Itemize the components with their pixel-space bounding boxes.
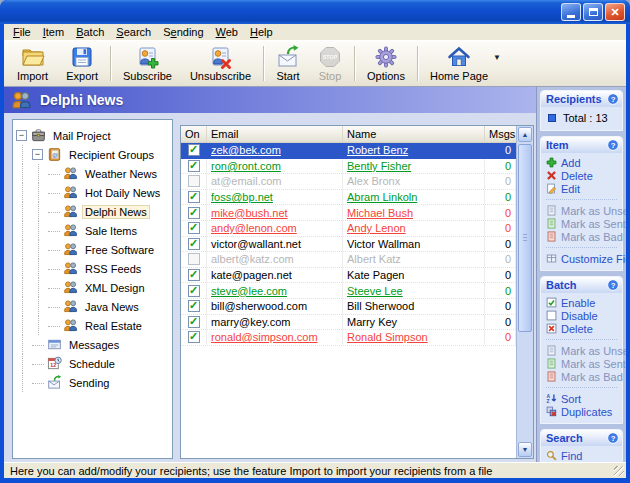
table-row[interactable]: ✓zek@bek.comRobert Benz0 (181, 143, 516, 159)
batch-action-duplicates[interactable]: Duplicates (546, 405, 620, 418)
item-action-edit[interactable]: Edit (546, 182, 620, 195)
row-checkbox[interactable]: ✓ (188, 285, 200, 297)
tree-item-rss-feeds[interactable]: RSS Feeds (15, 259, 170, 278)
menu-item-search[interactable]: Search (110, 25, 157, 39)
item-action-mark-as-bad[interactable]: Mark as Bad (546, 230, 620, 243)
name-text[interactable]: Robert Benz (347, 144, 408, 156)
tree-expander-icon[interactable]: − (31, 149, 47, 160)
name-text[interactable]: Andy Lenon (347, 222, 406, 234)
menu-item-help[interactable]: Help (244, 25, 279, 39)
tree-item-free-software[interactable]: Free Software (15, 240, 170, 259)
home-page-button[interactable]: Home Page (421, 42, 497, 85)
menu-item-item[interactable]: Item (37, 25, 70, 39)
help-icon[interactable]: ? (607, 279, 619, 291)
options-button[interactable]: Options (358, 42, 414, 85)
help-icon[interactable]: ? (607, 432, 619, 444)
resize-grip[interactable] (614, 466, 624, 476)
row-checkbox[interactable]: ✓ (188, 238, 200, 250)
item-action-delete[interactable]: Delete (546, 169, 620, 182)
import-button[interactable]: Import (8, 42, 57, 85)
table-row[interactable]: ✓ron@ront.comBently Fisher0 (181, 159, 516, 175)
help-icon[interactable]: ? (607, 139, 619, 151)
subscribe-button[interactable]: Subscribe (114, 42, 181, 85)
row-checkbox[interactable]: ✓ (188, 144, 200, 156)
export-button[interactable]: Export (57, 42, 107, 85)
table-row[interactable]: ✓marry@key.comMarry Key0 (181, 315, 516, 331)
batch-action-mark-as-sent[interactable]: Mark as Sent (546, 357, 620, 370)
tree-item-java-news[interactable]: Java News (15, 297, 170, 316)
item-action-mark-as-unsent[interactable]: Mark as Unsent (546, 204, 620, 217)
start-button[interactable]: Start (267, 42, 309, 85)
table-row[interactable]: ✓mike@bush.netMichael Bush0 (181, 205, 516, 221)
row-checkbox[interactable]: ✓ (188, 269, 200, 281)
table-row[interactable]: ✓steve@lee.comSteeve Lee0 (181, 283, 516, 299)
email-text[interactable]: mike@bush.net (211, 207, 288, 219)
table-row[interactable]: ✓ronald@simpson.comRonald Simpson0 (181, 330, 516, 346)
scroll-thumb[interactable] (518, 144, 532, 332)
tree-item-real-estate[interactable]: Real Estate (15, 316, 170, 335)
batch-action-delete[interactable]: Delete (546, 322, 620, 335)
menu-item-file[interactable]: File (7, 25, 37, 39)
tree-item-delphi-news[interactable]: Delphi News (15, 202, 170, 221)
row-checkbox[interactable]: ✓ (188, 207, 200, 219)
unsubscribe-button[interactable]: Unsubscribe (181, 42, 260, 85)
table-row[interactable]: albert@katz.comAlbert Katz0 (181, 252, 516, 268)
tree-item-sale-items[interactable]: Sale Items (15, 221, 170, 240)
item-action-add[interactable]: Add (546, 156, 620, 169)
menu-item-sending[interactable]: Sending (157, 25, 209, 39)
row-checkbox[interactable]: ✓ (188, 316, 200, 328)
email-text[interactable]: zek@bek.com (211, 144, 281, 156)
column-header-name[interactable]: Name (343, 126, 485, 142)
row-checkbox[interactable]: ✓ (188, 160, 200, 172)
row-checkbox[interactable]: ✓ (188, 331, 200, 343)
tree-item-messages[interactable]: Messages (15, 335, 170, 354)
tree-item-recipient-groups[interactable]: −@Recipient Groups (15, 145, 170, 164)
item-action-mark-as-sent[interactable]: Mark as Sent (546, 217, 620, 230)
column-header-on[interactable]: On (181, 126, 207, 142)
email-text[interactable]: ron@ront.com (211, 160, 281, 172)
help-icon[interactable]: ? (607, 93, 619, 105)
tree-item-hot-daily-news[interactable]: Hot Daily News (15, 183, 170, 202)
name-text[interactable]: Michael Bush (347, 207, 413, 219)
table-row[interactable]: ✓bill@sherwood.comBill Sherwood0 (181, 299, 516, 315)
column-header-email[interactable]: Email (207, 126, 343, 142)
row-checkbox[interactable]: ✓ (188, 300, 200, 312)
vertical-scrollbar[interactable]: ▲ ▼ (516, 126, 533, 458)
menu-item-web[interactable]: Web (210, 25, 244, 39)
minimize-button[interactable] (561, 3, 581, 21)
close-button[interactable]: ✕ (605, 3, 625, 21)
tree-item-xml-design[interactable]: XML Design (15, 278, 170, 297)
row-checkbox[interactable] (188, 253, 200, 265)
scroll-up-button[interactable]: ▲ (518, 127, 532, 142)
title-bar[interactable]: ✕ (0, 0, 630, 24)
table-row[interactable]: ✓foss@bp.netAbram Linkoln0 (181, 190, 516, 206)
menu-item-batch[interactable]: Batch (70, 25, 110, 39)
batch-action-enable[interactable]: Enable (546, 296, 620, 309)
table-row[interactable]: ✓victor@wallant.netVictor Wallman0 (181, 237, 516, 253)
name-text[interactable]: Bently Fisher (347, 160, 411, 172)
tree-item-mail-project[interactable]: −Mail Project (15, 126, 170, 145)
column-header-msgs[interactable]: Msgs (485, 126, 520, 142)
home-page-dropdown-arrow[interactable]: ▼ (493, 53, 501, 62)
row-checkbox[interactable] (188, 175, 200, 187)
row-checkbox[interactable]: ✓ (188, 191, 200, 203)
name-text[interactable]: Steeve Lee (347, 285, 403, 297)
batch-action-mark-as-unsent[interactable]: Mark as Unsent (546, 344, 620, 357)
tree-item-schedule[interactable]: 12Schedule (15, 354, 170, 373)
scroll-track[interactable] (518, 143, 532, 441)
email-text[interactable]: andy@lenon.com (211, 222, 297, 234)
tree-item-weather-news[interactable]: Weather News (15, 164, 170, 183)
tree-expander-icon[interactable]: − (15, 130, 31, 141)
table-row[interactable]: at@email.comAlex Bronx0 (181, 174, 516, 190)
table-row[interactable]: ✓andy@lenon.comAndy Lenon0 (181, 221, 516, 237)
batch-action-sort[interactable]: AZSort (546, 392, 620, 405)
name-text[interactable]: Ronald Simpson (347, 331, 428, 343)
item-action-customize-fields[interactable]: Customize Fields (546, 252, 620, 265)
scroll-down-button[interactable]: ▼ (518, 442, 532, 457)
batch-action-disable[interactable]: Disable (546, 309, 620, 322)
batch-action-mark-as-bad[interactable]: Mark as Bad (546, 370, 620, 383)
name-text[interactable]: Abram Linkoln (347, 191, 417, 203)
table-row[interactable]: ✓kate@pagen.netKate Pagen0 (181, 268, 516, 284)
email-text[interactable]: foss@bp.net (211, 191, 273, 203)
email-text[interactable]: ronald@simpson.com (211, 331, 318, 343)
